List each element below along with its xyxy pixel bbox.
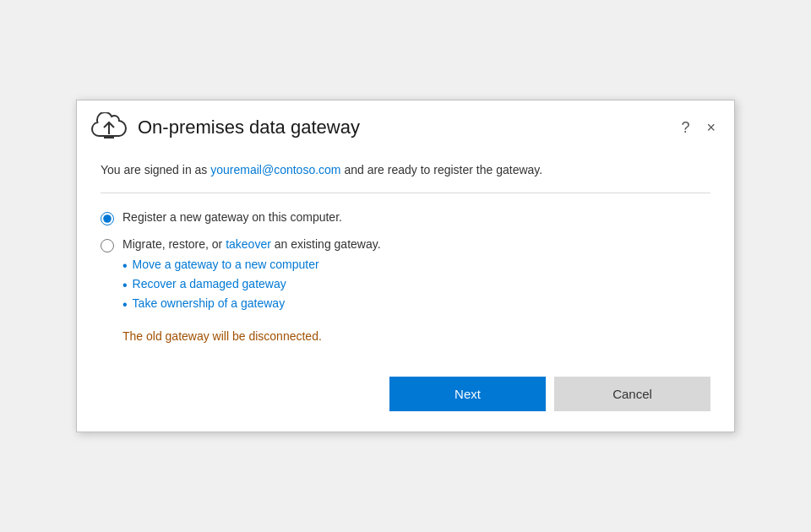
signed-in-suffix: and are ready to register the gateway. [341, 163, 543, 176]
close-button[interactable]: × [701, 118, 721, 137]
dialog-container: On-premises data gateway ? × You are sig… [76, 100, 735, 433]
list-item: Recover a damaged gateway [122, 275, 381, 295]
sub-item-2: Recover a damaged gateway [133, 277, 286, 290]
next-button[interactable]: Next [389, 377, 546, 411]
migrate-suffix: an existing gateway. [271, 237, 381, 251]
dialog-titlebar-actions: ? × [676, 118, 721, 137]
dialog-title: On-premises data gateway [138, 117, 360, 138]
list-item: Take ownership of a gateway [122, 295, 381, 314]
migrate-label[interactable]: Migrate, restore, or takeover an existin… [122, 237, 381, 315]
section-divider [101, 193, 710, 193]
help-button[interactable]: ? [676, 118, 694, 137]
cloud-icon [90, 112, 128, 143]
register-radio[interactable] [101, 212, 114, 225]
options-section: Register a new gateway on this computer.… [101, 210, 710, 344]
register-label[interactable]: Register a new gateway on this computer. [122, 210, 342, 224]
email-link[interactable]: youremail@contoso.com [210, 163, 340, 176]
signed-in-text: You are signed in as youremail@contoso.c… [101, 161, 710, 179]
takeover-link[interactable]: takeover [226, 237, 271, 251]
sub-list: Move a gateway to a new computer Recover… [122, 256, 381, 315]
dialog-footer: Next Cancel [77, 360, 734, 432]
migrate-option[interactable]: Migrate, restore, or takeover an existin… [101, 237, 710, 315]
sub-item-1: Move a gateway to a new computer [133, 258, 319, 271]
signed-in-prefix: You are signed in as [101, 163, 210, 176]
migrate-prefix: Migrate, restore, or [122, 237, 226, 251]
list-item: Move a gateway to a new computer [122, 256, 381, 275]
register-option[interactable]: Register a new gateway on this computer. [101, 210, 710, 225]
dialog-body: You are signed in as youremail@contoso.c… [77, 153, 734, 361]
cancel-button[interactable]: Cancel [554, 377, 710, 411]
dialog-title-left: On-premises data gateway [90, 112, 360, 143]
dialog-titlebar: On-premises data gateway ? × [77, 100, 734, 153]
warning-text: The old gateway will be disconnected. [122, 329, 710, 343]
sub-item-3: Take ownership of a gateway [133, 296, 286, 310]
migrate-radio[interactable] [101, 239, 114, 252]
